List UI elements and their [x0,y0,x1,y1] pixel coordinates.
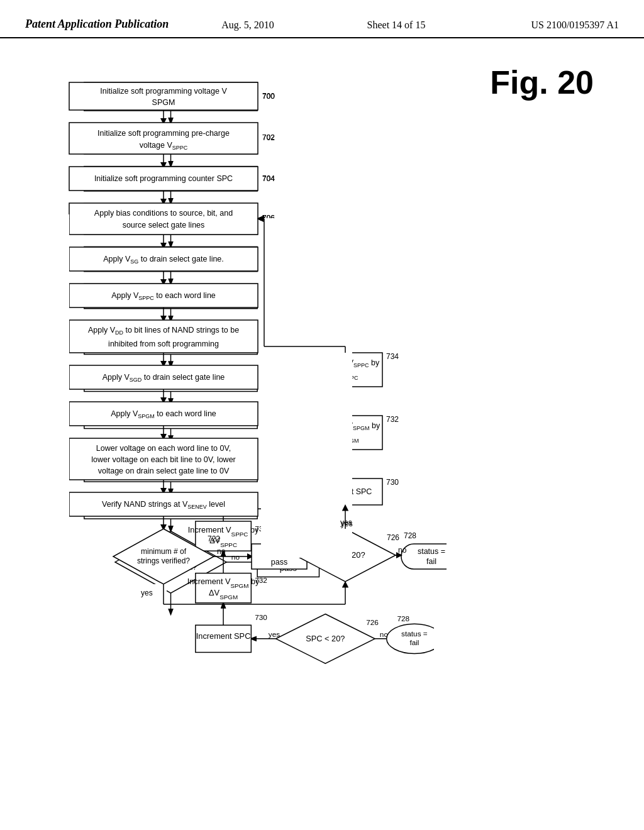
svg-text:Lower voltage on each word lin: Lower voltage on each word line to 0V, [96,444,231,453]
svg-text:Apply VSPPC to each word line: Apply VSPPC to each word line [111,291,216,301]
svg-text:strings verified?: strings verified? [137,556,190,565]
date-label: Aug. 5, 2010 [174,19,322,31]
figure-label: Fig. 20 [490,64,594,101]
page-header: Patent Application Publication Aug. 5, 2… [0,0,644,38]
svg-text:Apply VSG to drain select gate: Apply VSG to drain select gate line. [103,255,224,265]
svg-text:Initialize soft programming vo: Initialize soft programming voltage V [100,87,227,96]
svg-text:Apply VDD to bit lines of NAND: Apply VDD to bit lines of NAND strings t… [88,326,239,336]
svg-text:722: 722 [208,534,220,543]
svg-text:SPGM: SPGM [152,98,175,107]
svg-text:Apply VSPGM to each word line: Apply VSPGM to each word line [111,409,216,419]
svg-text:status =: status = [418,547,445,556]
svg-text:no: no [217,547,226,556]
svg-text:Initialize soft programming co: Initialize soft programming counter SPC [94,174,233,183]
svg-text:Initialize soft programming pr: Initialize soft programming pre-charge [97,129,230,138]
svg-text:730: 730 [386,478,399,487]
publication-label: Patent Application Publication [25,18,174,31]
svg-rect-105 [69,203,258,235]
flowchart: Initialize soft programming voltage V SP… [19,76,447,805]
svg-text:Verify NAND strings at VSENEV : Verify NAND strings at VSENEV level [102,500,225,510]
svg-text:inhibited from soft programmin: inhibited from soft programming [108,340,219,348]
svg-text:Apply VSGD to drain select gat: Apply VSGD to drain select gate line [103,373,225,383]
svg-text:726: 726 [387,533,399,542]
svg-text:704: 704 [262,174,275,183]
svg-text:minimum # of: minimum # of [141,547,187,556]
svg-rect-185 [19,214,69,611]
svg-text:yes: yes [340,518,352,527]
svg-text:voltage on drain select gate l: voltage on drain select gate line to 0V [98,467,230,475]
svg-text:pass: pass [271,558,287,567]
svg-text:source select gate lines: source select gate lines [123,221,205,230]
svg-text:732: 732 [386,415,399,424]
svg-text:734: 734 [386,352,399,361]
patent-number: US 2100/0195397 A1 [470,19,619,31]
svg-text:702: 702 [262,133,275,142]
main-content: Fig. 20 Initialize soft programming volt… [0,38,644,818]
svg-text:728: 728 [404,531,416,540]
sheet-label: Sheet 14 of 15 [322,19,470,31]
svg-rect-194 [261,218,352,558]
svg-text:Apply bias conditions to sourc: Apply bias conditions to source, bit, an… [94,209,233,218]
svg-text:yes: yes [141,589,153,597]
svg-text:lower voltage on each bit line: lower voltage on each bit line to 0V, lo… [91,455,236,464]
svg-text:fail: fail [426,557,436,566]
svg-text:700: 700 [262,92,275,101]
svg-text:no: no [398,546,407,555]
